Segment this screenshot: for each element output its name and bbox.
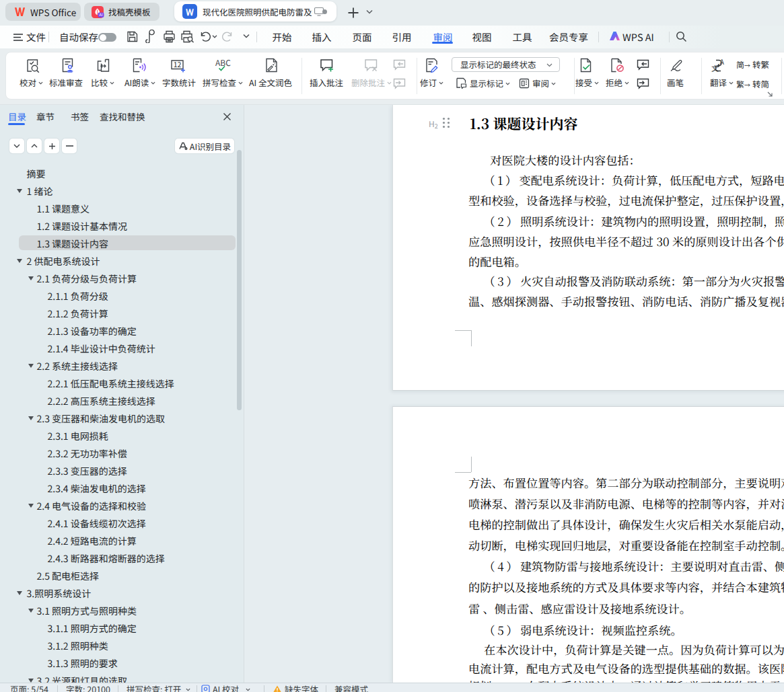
svg-text:12: 12: [174, 59, 182, 69]
svg-text:ABC: ABC: [215, 59, 231, 68]
svg-text:AI: AI: [99, 11, 103, 17]
